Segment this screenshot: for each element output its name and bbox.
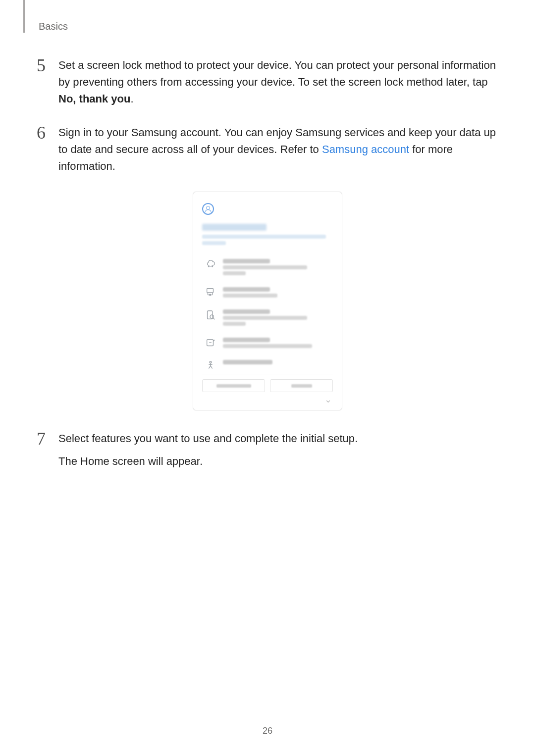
feature-text bbox=[223, 309, 330, 328]
header-rule bbox=[23, 0, 25, 33]
step-5-number: 5 bbox=[37, 57, 58, 107]
phone-title bbox=[202, 224, 267, 231]
step-6-body: Sign in to your Samsung account. You can… bbox=[58, 124, 498, 175]
avatar-icon bbox=[202, 203, 214, 215]
steps-container: 5 Set a screen lock method to protect yo… bbox=[37, 57, 498, 175]
section-label: Basics bbox=[39, 21, 498, 32]
step-7: 7 Select features you want to use and co… bbox=[37, 430, 498, 470]
feature-desc bbox=[223, 316, 307, 320]
feature-samsung-themes bbox=[202, 282, 333, 304]
cloud-sync-icon bbox=[205, 259, 216, 270]
step-6: 6 Sign in to your Samsung account. You c… bbox=[37, 124, 498, 175]
feature-title bbox=[223, 309, 270, 314]
feature-find-my-mobile bbox=[202, 304, 333, 333]
step-7-body: Select features you want to use and comp… bbox=[58, 430, 498, 470]
step-7-line2: The Home screen will appear. bbox=[58, 453, 498, 470]
page-number: 26 bbox=[0, 726, 535, 736]
feature-samsung-pass bbox=[202, 333, 333, 355]
feature-desc bbox=[223, 294, 277, 298]
feature-text bbox=[223, 360, 330, 366]
step-5-body: Set a screen lock method to protect your… bbox=[58, 57, 498, 107]
phone-feature-list bbox=[202, 254, 333, 371]
feature-title bbox=[223, 259, 270, 263]
samsung-account-link[interactable]: Samsung account bbox=[322, 143, 409, 155]
step-7-number: 7 bbox=[37, 430, 58, 470]
feature-title bbox=[223, 338, 270, 342]
svg-point-5 bbox=[210, 361, 212, 363]
step-5-text-pre: Set a screen lock method to protect your… bbox=[58, 59, 496, 88]
feature-text bbox=[223, 259, 330, 277]
step-5: 5 Set a screen lock method to protect yo… bbox=[37, 57, 498, 107]
feature-title bbox=[223, 287, 270, 292]
health-icon bbox=[205, 360, 216, 371]
pass-icon bbox=[205, 338, 216, 349]
feature-desc bbox=[223, 344, 312, 348]
themes-icon bbox=[205, 287, 216, 298]
step-7-line1: Select features you want to use and comp… bbox=[58, 432, 358, 445]
sign-in-button[interactable] bbox=[270, 379, 333, 392]
sign-in-label bbox=[291, 384, 312, 388]
svg-point-3 bbox=[210, 315, 214, 318]
phone-button-row bbox=[202, 374, 333, 392]
chevron-down-icon[interactable]: ⌄ bbox=[202, 392, 333, 405]
feature-desc-cont bbox=[223, 271, 246, 275]
phone-subtitle-line1 bbox=[202, 235, 326, 239]
step-6-number: 6 bbox=[37, 124, 58, 175]
phone-mockup-wrap: ⌄ bbox=[37, 192, 498, 410]
phone-mockup: ⌄ bbox=[193, 192, 342, 410]
feature-samsung-health bbox=[202, 355, 333, 371]
find-mobile-icon bbox=[205, 309, 216, 320]
svg-rect-0 bbox=[207, 289, 214, 293]
step-5-text-post: . bbox=[130, 93, 133, 105]
create-account-button[interactable] bbox=[202, 379, 265, 392]
step-5-bold: No, thank you bbox=[58, 93, 130, 105]
feature-desc-cont bbox=[223, 322, 246, 326]
steps-container-2: 7 Select features you want to use and co… bbox=[37, 430, 498, 470]
feature-text bbox=[223, 287, 330, 300]
feature-title bbox=[223, 360, 272, 364]
feature-samsung-cloud bbox=[202, 254, 333, 282]
feature-desc bbox=[223, 265, 307, 269]
create-account-label bbox=[216, 384, 251, 388]
phone-subtitle-line2 bbox=[202, 241, 226, 245]
feature-text bbox=[223, 338, 330, 350]
